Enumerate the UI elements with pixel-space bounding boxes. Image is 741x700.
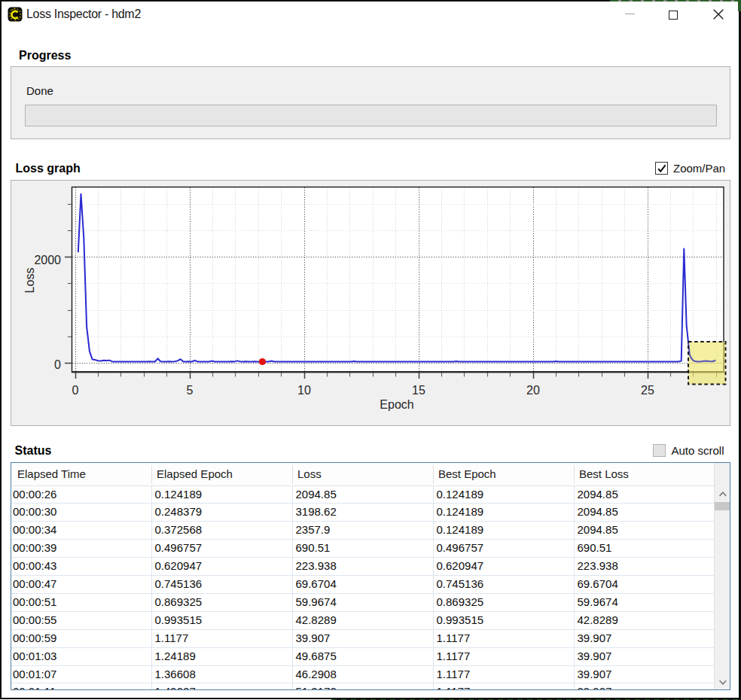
svg-text:20: 20	[526, 384, 540, 397]
svg-text:5: 5	[187, 384, 194, 397]
svg-text:15: 15	[412, 384, 425, 397]
svg-text:0: 0	[72, 384, 79, 397]
svg-text:25: 25	[641, 384, 654, 397]
svg-text:Loss: Loss	[23, 268, 36, 294]
svg-text:0: 0	[54, 358, 61, 371]
svg-text:2000: 2000	[34, 254, 61, 266]
svg-text:Epoch: Epoch	[380, 398, 413, 411]
svg-text:10: 10	[297, 384, 311, 397]
